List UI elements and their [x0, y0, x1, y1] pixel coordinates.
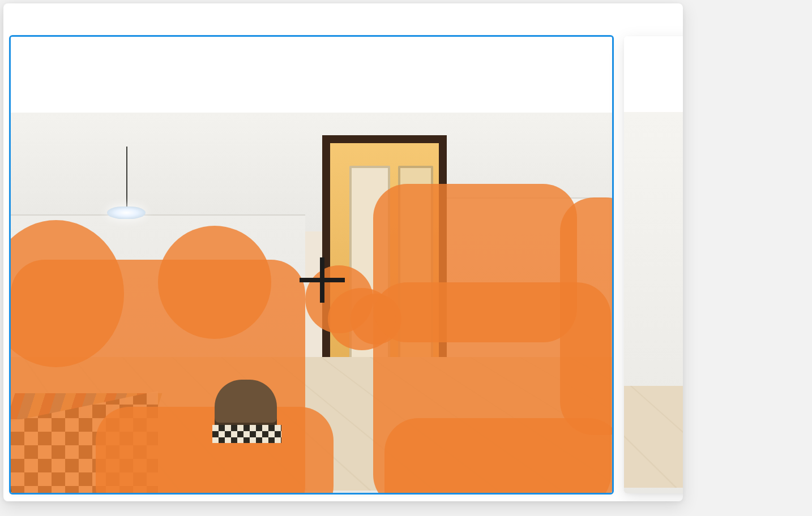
image-canvas[interactable]	[624, 112, 683, 493]
selected-image-card[interactable]	[9, 35, 614, 494]
card-header-blank	[11, 37, 612, 113]
room-floor	[624, 386, 683, 488]
lamp-cable	[126, 147, 127, 209]
pendant-lamp	[107, 207, 146, 219]
card-header-blank	[624, 36, 683, 112]
next-image-card[interactable]	[624, 36, 683, 493]
image-canvas[interactable]	[11, 113, 612, 493]
editor-viewport	[3, 3, 683, 501]
